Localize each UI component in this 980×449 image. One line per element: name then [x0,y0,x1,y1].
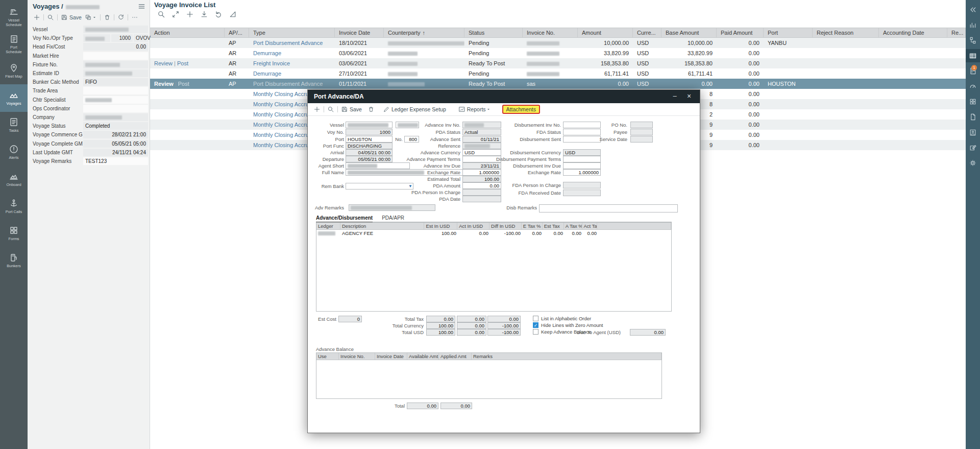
table-row[interactable]: Review|PostARFreight Invoice03/06/2021Re… [150,58,966,68]
tab-pda-apr[interactable]: PDA/APR [382,215,404,222]
table-row[interactable]: Review|PostAPPort Disbursement Advance01… [150,79,966,89]
ledger-expense-setup-button[interactable]: Ledger Expense Setup [383,106,446,113]
rail-item-collapse-rail[interactable] [966,3,980,16]
search-button[interactable] [157,10,165,18]
attachments-button[interactable]: Attachments [502,105,540,114]
rail-item-compose[interactable] [966,141,980,154]
undo-button[interactable] [214,10,223,18]
field-disb-payment-terms[interactable] [563,156,601,162]
table-row[interactable]: ARDemurrage03/06/2021Pending33,820.99USD… [150,48,966,58]
field-value[interactable]: TEST123 [83,157,148,165]
add-button[interactable] [313,106,321,113]
field-service-date[interactable] [630,136,653,143]
rail-item-analytics[interactable] [966,18,980,32]
column-header-base-amount[interactable]: Base Amount [662,28,717,37]
delete-button[interactable] [104,14,111,21]
field-value[interactable] [83,69,148,77]
field-value[interactable]: Completed [83,122,148,130]
sidebar-item-bunkers[interactable]: Bunkers [0,247,28,274]
sidebar-item-tasks[interactable]: Tasks [0,111,28,139]
field-value[interactable] [83,52,148,60]
checkbox-keep-advance-balance[interactable] [533,329,538,335]
est-cost-field[interactable]: 0 [338,316,362,322]
column-header-type[interactable]: Type [249,28,335,37]
table-row[interactable]: ARDemurrage27/10/2021Pending61,711.41USD… [150,68,966,79]
checkbox-hide-lines-with-zero-amount[interactable]: ✓ [533,322,538,328]
review-link[interactable]: Review [154,60,173,66]
rail-item-task-list[interactable]: 1 [966,64,980,78]
rail-item-document[interactable] [966,110,980,124]
sidebar-item-onboard[interactable]: Onboard [0,166,28,193]
rail-item-gauge[interactable] [966,80,980,93]
field-fda-received[interactable] [563,190,601,196]
duplicate-button[interactable] [85,14,97,21]
column-header-invoice-date[interactable]: Invoice Date [335,28,384,37]
voy-no-value[interactable]: 1000 [111,34,133,42]
refresh-button[interactable] [117,14,125,21]
field-value[interactable]: 24/11/21 04:24 [83,149,148,156]
import-button[interactable] [200,10,208,18]
review-link[interactable]: Review [154,81,174,87]
save-button[interactable]: Save [61,14,82,21]
field-pda-date[interactable] [462,196,501,202]
field-value[interactable] [83,61,148,68]
delete-button[interactable] [368,106,375,113]
sidebar-item-port-calls[interactable]: Port Calls [0,193,28,220]
field-disb-currency[interactable]: USD [563,149,601,156]
rail-item-contact-card[interactable] [966,126,980,139]
tab-advance-disbursement[interactable]: Advance/Disbursement [316,215,373,223]
field-disb-remarks[interactable] [539,204,678,212]
column-header-reject-reason[interactable]: Reject Reason [813,28,879,37]
sidebar-item-port-schedule[interactable]: Port Schedule [0,30,28,58]
field-payee[interactable] [630,129,653,135]
more-button[interactable] [131,14,138,21]
field-reference[interactable] [462,143,501,149]
column-header-action[interactable]: Action [150,28,225,37]
add-button[interactable] [33,14,40,21]
column-header-re-[interactable]: Re... [947,28,966,37]
sidebar-item-forms[interactable]: Forms [0,220,28,247]
column-header-status[interactable]: Status [464,28,523,37]
save-button[interactable]: Save [341,106,362,113]
column-header-counterparty[interactable]: Counterparty↑ [384,28,464,37]
field-disb-inv-due[interactable] [563,162,601,169]
sidebar-item-alerts[interactable]: Alerts [0,138,28,166]
field-exchange-rate-disb[interactable]: 1.000000 [563,169,601,176]
field-value[interactable]: 28/02/21 21:00 [83,131,148,138]
column-header-accounting-date[interactable]: Accounting Date [879,28,947,37]
rail-item-data-table[interactable] [966,49,980,62]
post-link[interactable]: Post [177,60,188,66]
column-header-curre-[interactable]: Curre... [633,28,662,37]
field-value[interactable] [83,113,148,121]
column-header-invoice-no-[interactable]: Invoice No. [523,28,578,37]
column-header-ap-[interactable]: AP/... [225,28,249,37]
post-link[interactable]: Post [178,81,189,87]
field-value[interactable]: 0.00 [83,43,148,51]
due-to-agent-field[interactable]: 0.00 [630,329,666,336]
column-header-paid-amount[interactable]: Paid Amount [717,28,764,37]
search-button[interactable] [327,106,334,113]
rail-item-settings[interactable] [966,156,980,170]
rail-item-network[interactable] [966,34,980,47]
reports-button[interactable]: Reports [458,106,491,113]
field-po-no[interactable] [630,122,653,128]
add-button[interactable] [186,10,194,18]
opr-type-value[interactable]: OVOV [134,34,148,42]
sidebar-item-vessel-schedule[interactable]: Vessel Schedule [0,3,28,31]
rail-item-apps[interactable] [966,95,980,108]
field-value[interactable] [83,96,148,104]
close-button[interactable]: × [684,92,694,100]
field-value[interactable] [83,26,148,33]
field-value[interactable]: 05/05/21 05:00 [83,140,148,148]
sidebar-item-fleet-map[interactable]: Fleet Map [0,57,28,85]
field-value[interactable] [83,105,148,112]
field-value[interactable]: FIFO [83,78,148,86]
minimize-button[interactable]: – [670,92,679,100]
grid-row[interactable]: AGENCY FEE100.000.00-100.000.000.000.000… [316,230,671,237]
sidebar-item-voyages[interactable]: Voyages [0,84,28,112]
field-value[interactable] [83,87,148,94]
ruler-button[interactable] [229,10,237,18]
hamburger-icon[interactable] [138,3,145,10]
field-adv-remarks[interactable] [349,204,435,211]
column-header-port[interactable]: Port [764,28,813,37]
